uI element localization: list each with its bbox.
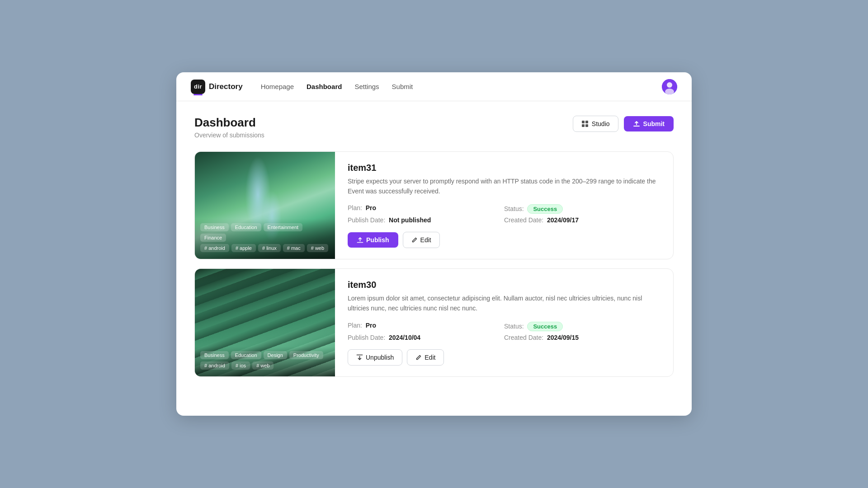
item-card-1: Business Education Design Productivity #… <box>194 268 674 376</box>
status-label-1: Status: <box>504 323 524 330</box>
hash-tag: # web <box>252 361 274 370</box>
svg-rect-4 <box>585 121 588 123</box>
publish-date-label-1: Publish Date: <box>348 334 385 341</box>
studio-button[interactable]: Studio <box>573 116 618 132</box>
status-label-0: Status: <box>504 205 524 212</box>
hash-tags-0: # android # apple # linux # mac # web <box>200 244 330 252</box>
cat-tag: Productivity <box>289 351 323 359</box>
edit-button-0[interactable]: Edit <box>403 232 440 248</box>
submit-button[interactable]: Submit <box>624 116 674 131</box>
grid-icon <box>581 120 589 127</box>
item-image-1: Business Education Design Productivity #… <box>195 269 335 376</box>
nav-dashboard[interactable]: Dashboard <box>307 83 342 90</box>
publish-date-label-0: Publish Date: <box>348 216 385 224</box>
svg-point-1 <box>667 82 672 88</box>
item-image-0: Business Education Entertainment Finance… <box>195 152 335 259</box>
item-meta-0: Plan: Pro Status: Success Publish Date: … <box>348 204 660 224</box>
edit-button-1[interactable]: Edit <box>407 349 444 366</box>
nav-settings[interactable]: Settings <box>354 83 379 90</box>
svg-rect-5 <box>582 124 585 127</box>
header-right <box>662 79 677 94</box>
publish-date-value-1: 2024/10/04 <box>389 334 420 341</box>
item-content-0: item31 Stripe expects your server to pro… <box>335 152 673 259</box>
created-date-value-0: 2024/09/17 <box>547 216 579 224</box>
logo-name: Directory <box>209 82 243 91</box>
plan-row-1: Plan: Pro <box>348 322 504 331</box>
publish-date-row-0: Publish Date: Not published <box>348 216 504 224</box>
hash-tag: # android <box>200 244 229 252</box>
hash-tag: # ios <box>231 361 250 370</box>
nav-submit[interactable]: Submit <box>392 83 413 90</box>
publish-date-value-0: Not published <box>389 216 431 224</box>
nav: Homepage Dashboard Settings Submit <box>261 83 662 90</box>
hash-tag: # linux <box>258 244 281 252</box>
studio-label: Studio <box>592 120 610 127</box>
edit-label-1: Edit <box>425 354 435 361</box>
item-meta-1: Plan: Pro Status: Success Publish Date: … <box>348 322 660 341</box>
category-tags-0: Business Education Entertainment Finance <box>200 223 330 242</box>
status-row-1: Status: Success <box>504 322 660 331</box>
page-subtitle: Overview of submissions <box>194 131 264 139</box>
hash-tag: # web <box>307 244 328 252</box>
image-overlay-1: Business Education Design Productivity #… <box>195 347 335 376</box>
publish-icon-0 <box>357 237 363 244</box>
image-overlay-0: Business Education Entertainment Finance… <box>195 219 335 259</box>
page-title: Dashboard <box>194 116 264 130</box>
hash-tag: # mac <box>283 244 305 252</box>
page-header: Dashboard Overview of submissions Studio <box>194 116 674 139</box>
avatar[interactable] <box>662 79 677 94</box>
publish-label-0: Publish <box>366 236 389 244</box>
cat-tag: Education <box>231 351 261 359</box>
logo-icon-text: dir <box>194 83 202 90</box>
cat-tag: Education <box>231 223 261 231</box>
item-content-1: item30 Lorem ipsum dolor sit amet, conse… <box>335 269 673 376</box>
svg-rect-3 <box>582 121 585 123</box>
cat-tag: Business <box>200 223 229 231</box>
created-date-row-1: Created Date: 2024/09/15 <box>504 334 660 341</box>
status-badge-0: Success <box>527 204 563 214</box>
edit-label-0: Edit <box>420 236 431 244</box>
cat-tag: Design <box>264 351 287 359</box>
plan-value-1: Pro <box>366 322 376 329</box>
main-window: dir Directory Homepage Dashboard Setting… <box>176 72 692 416</box>
publish-button-0[interactable]: Publish <box>348 232 398 248</box>
hash-tags-1: # android # ios # web <box>200 361 330 370</box>
created-date-row-0: Created Date: 2024/09/17 <box>504 216 660 224</box>
page-title-area: Dashboard Overview of submissions <box>194 116 264 139</box>
hash-tag: # android <box>200 361 229 370</box>
cat-tag: Entertainment <box>264 223 302 231</box>
created-date-label-0: Created Date: <box>504 216 543 224</box>
item-desc-0: Stripe expects your server to promptly r… <box>348 177 660 196</box>
plan-label-1: Plan: <box>348 322 362 329</box>
card-actions-0: Publish Edit <box>348 232 660 248</box>
plan-row-0: Plan: Pro <box>348 204 504 214</box>
unpublish-label-1: Unpublish <box>366 354 394 361</box>
item-desc-1: Lorem ipsum dolor sit amet, consectetur … <box>348 294 660 313</box>
category-tags-1: Business Education Design Productivity <box>200 351 330 359</box>
upload-icon <box>633 120 640 127</box>
nav-homepage[interactable]: Homepage <box>261 83 294 90</box>
svg-rect-6 <box>585 124 588 127</box>
header: dir Directory Homepage Dashboard Setting… <box>176 72 692 101</box>
main-content: Dashboard Overview of submissions Studio <box>176 101 692 400</box>
status-row-0: Status: Success <box>504 204 660 214</box>
created-date-label-1: Created Date: <box>504 334 543 341</box>
cat-tag: Finance <box>200 234 226 242</box>
logo-icon: dir <box>191 80 205 94</box>
unpublish-button-1[interactable]: Unpublish <box>348 349 402 366</box>
header-actions: Studio Submit <box>573 116 674 132</box>
hash-tag: # apple <box>231 244 256 252</box>
edit-icon-1 <box>415 354 422 361</box>
edit-icon-0 <box>411 237 418 243</box>
status-badge-1: Success <box>527 322 563 331</box>
publish-date-row-1: Publish Date: 2024/10/04 <box>348 334 504 341</box>
item-title-1: item30 <box>348 280 660 290</box>
created-date-value-1: 2024/09/15 <box>547 334 579 341</box>
item-card-0: Business Education Entertainment Finance… <box>194 151 674 259</box>
cat-tag: Business <box>200 351 229 359</box>
logo[interactable]: dir Directory <box>191 80 243 94</box>
plan-value-0: Pro <box>366 204 376 211</box>
submit-label: Submit <box>643 120 665 127</box>
item-title-0: item31 <box>348 163 660 173</box>
card-actions-1: Unpublish Edit <box>348 349 660 366</box>
